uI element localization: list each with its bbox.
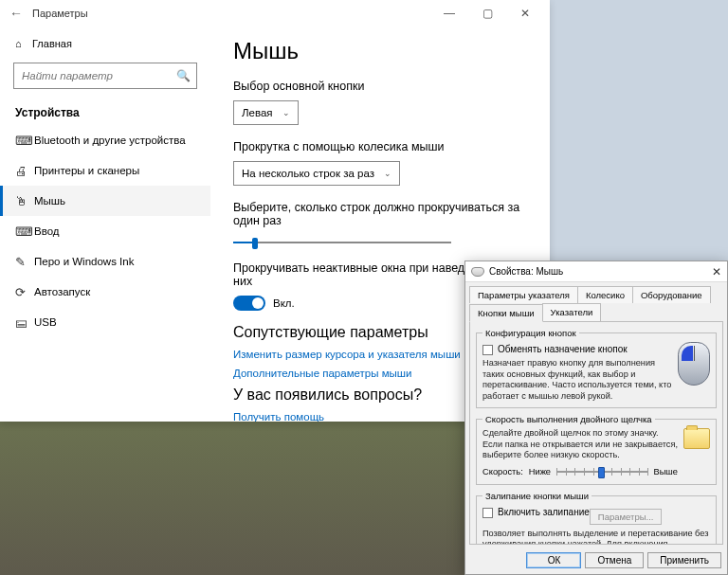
nav-icon: ⟳ [15, 285, 34, 299]
search-input[interactable] [20, 69, 176, 82]
window-title: Параметры [32, 8, 88, 19]
group-button-config: Конфигурация кнопок Обменять назначение … [476, 328, 717, 408]
swap-buttons-checkbox[interactable] [482, 345, 493, 355]
mouse-illustration [678, 342, 710, 386]
close-icon[interactable]: ✕ [712, 265, 721, 279]
tab[interactable]: Указатели [542, 303, 602, 321]
nav-label: Перо и Windows Ink [34, 256, 134, 267]
doubleclick-desc: Сделайте двойной щелчок по этому значку.… [482, 428, 678, 461]
nav-label: Bluetooth и другие устройства [34, 135, 186, 146]
scroll-wheel-value: На несколько строк за раз [242, 168, 374, 179]
nav-item-5[interactable]: ⟳Автозапуск [0, 277, 210, 307]
nav-icon: 🖨 [15, 164, 34, 178]
search-icon: 🔍 [176, 69, 191, 82]
sidebar-section-title: Устройства [0, 97, 210, 125]
nav-item-2[interactable]: 🖱Мышь [0, 186, 210, 216]
clicklock-params-button[interactable]: Параметры... [590, 509, 663, 525]
lines-slider[interactable] [233, 235, 451, 250]
dialog-titlebar: Свойства: Мышь ✕ [465, 261, 727, 282]
nav-label: Автозапуск [34, 286, 90, 297]
dialog-title: Свойства: Мышь [489, 266, 563, 277]
nav-item-1[interactable]: 🖨Принтеры и сканеры [0, 155, 210, 186]
home-link[interactable]: ⌂ Главная [0, 32, 210, 55]
group-clicklock-legend: Залипание кнопки мыши [482, 491, 592, 501]
clicklock-desc: Позволяет выполнять выделение и перетаск… [482, 529, 710, 546]
back-button[interactable]: ← [6, 6, 27, 21]
doubleclick-slider[interactable] [556, 465, 647, 478]
close-button[interactable]: ✕ [506, 0, 544, 27]
nav-item-4[interactable]: ✎Перо и Windows Ink [0, 246, 210, 277]
speed-low: Ниже [529, 467, 551, 476]
nav-label: Ввод [34, 225, 60, 237]
nav-icon: 🖴 [15, 315, 34, 330]
chevron-down-icon: ⌄ [282, 108, 290, 117]
group-doubleclick-speed: Скорость выполнения двойного щелчка Сдел… [476, 414, 717, 485]
speed-label: Скорость: [482, 467, 523, 476]
scroll-wheel-dropdown[interactable]: На несколько строк за раз ⌄ [233, 161, 400, 186]
tabs-row-2: Кнопки мышиУказатели [465, 303, 727, 321]
nav-icon: 🖱 [15, 194, 34, 208]
tab[interactable]: Кнопки мыши [469, 304, 543, 322]
search-box[interactable]: 🔍 [13, 63, 197, 89]
home-label: Главная [32, 38, 72, 49]
folder-test-icon[interactable] [683, 428, 710, 449]
tab[interactable]: Параметры указателя [469, 286, 578, 303]
primary-button-label: Выбор основной кнопки [233, 80, 527, 93]
primary-button-dropdown[interactable]: Левая ⌄ [233, 100, 299, 125]
ok-button[interactable]: ОК [526, 552, 581, 568]
lines-per-scroll-label: Выберите, сколько строк должно прокручив… [233, 201, 527, 227]
tab[interactable]: Оборудование [632, 286, 711, 303]
dialog-buttons: ОК Отмена Применить [465, 548, 727, 574]
nav-label: USB [34, 316, 57, 328]
nav-item-0[interactable]: ⌨Bluetooth и другие устройства [0, 125, 210, 155]
tab[interactable]: Колесико [577, 286, 633, 303]
group-button-config-legend: Конфигурация кнопок [482, 328, 579, 338]
mouse-icon [471, 267, 484, 277]
primary-button-value: Левая [242, 107, 273, 118]
minimize-button[interactable]: — [430, 0, 468, 27]
home-icon: ⌂ [15, 38, 32, 49]
nav-icon: ⌨ [15, 134, 34, 148]
maximize-button[interactable]: ▢ [468, 0, 506, 27]
tab-pane: Конфигурация кнопок Обменять назначение … [469, 321, 723, 545]
swap-buttons-desc: Назначает правую кнопку для выполнения т… [482, 358, 672, 402]
nav-label: Мышь [34, 195, 65, 207]
apply-button[interactable]: Применить [647, 552, 721, 568]
nav-icon: ⌨ [15, 225, 34, 239]
chevron-down-icon: ⌄ [384, 169, 391, 178]
swap-buttons-label: Обменять назначение кнопок [498, 344, 628, 354]
tabs-row-1: Параметры указателяКолесикоОборудование [465, 282, 727, 303]
nav-item-6[interactable]: 🖴USB [0, 307, 210, 337]
scroll-wheel-label: Прокрутка с помощью колесика мыши [233, 140, 527, 153]
inactive-windows-toggle[interactable] [233, 296, 265, 311]
page-heading: Мышь [233, 38, 527, 64]
group-clicklock: Залипание кнопки мыши Включить залипание… [476, 491, 717, 546]
nav-item-3[interactable]: ⌨Ввод [0, 216, 210, 246]
speed-high: Выше [653, 467, 678, 476]
settings-titlebar: ← Параметры — ▢ ✕ [0, 0, 550, 27]
inactive-windows-state: Вкл. [273, 297, 295, 309]
sidebar: ⌂ Главная 🔍 Устройства ⌨Bluetooth и друг… [0, 27, 210, 422]
nav-icon: ✎ [15, 255, 34, 269]
mouse-properties-dialog: Свойства: Мышь ✕ Параметры указателяКоле… [464, 261, 728, 575]
nav-label: Принтеры и сканеры [34, 165, 139, 176]
clicklock-checkbox[interactable] [482, 508, 493, 518]
window-controls: — ▢ ✕ [430, 0, 544, 27]
clicklock-label: Включить залипание [498, 507, 590, 517]
group-doubleclick-legend: Скорость выполнения двойного щелчка [482, 414, 655, 424]
cancel-button[interactable]: Отмена [585, 552, 644, 568]
